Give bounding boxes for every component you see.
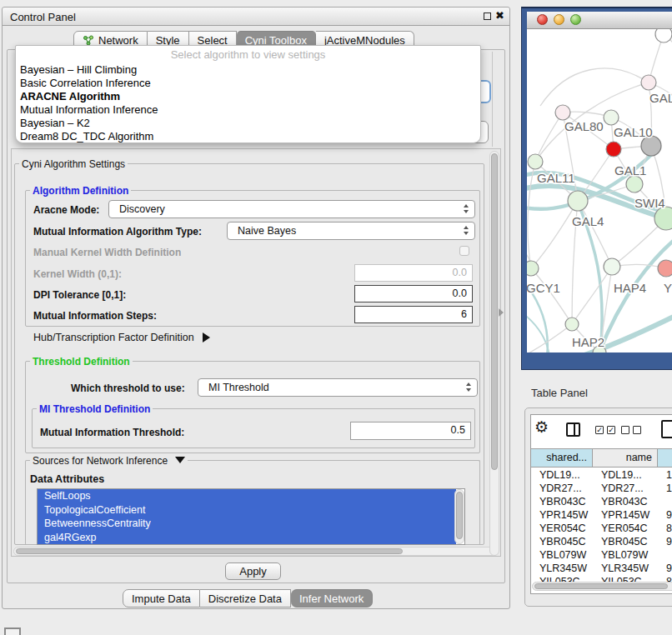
hub-transcription-factor-label: Hub/Transcription Factor Definition	[33, 332, 194, 343]
minimize-traffic-light-icon[interactable]	[554, 14, 564, 25]
zoom-traffic-light-icon[interactable]	[570, 14, 581, 25]
manual-kernel-width-checkbox[interactable]	[459, 246, 469, 256]
algorithm-dropdown-placeholder: Select algorithm to view settings	[16, 46, 480, 63]
apply-button[interactable]: Apply	[225, 562, 281, 580]
table-row[interactable]: YBR045CYBR045C9.	[531, 535, 672, 548]
mi-threshold-label: Mutual Information Threshold:	[40, 427, 184, 438]
network-node-y[interactable]	[658, 260, 672, 277]
mi-threshold-input[interactable]: 0.5	[350, 422, 471, 440]
close-traffic-light-icon[interactable]	[537, 14, 548, 25]
attribute-item-betweennesscentrality[interactable]: BetweennessCentrality	[38, 517, 456, 531]
network-node-gal11[interactable]	[528, 154, 543, 169]
column-header-name[interactable]: name	[593, 448, 658, 468]
attribute-list-scrollbar[interactable]	[454, 489, 464, 544]
settings-vscrollbar[interactable]	[489, 151, 499, 556]
table-row[interactable]: YER054CYER054C8.	[531, 522, 672, 535]
column-header-shared[interactable]: shared...	[531, 448, 593, 468]
network-node[interactable]	[606, 142, 621, 157]
float-window-icon[interactable]	[484, 12, 491, 20]
table-row[interactable]: YLR345WYLR345W9.	[531, 562, 672, 575]
attribute-item-topologicalcoefficient[interactable]: TopologicalCoefficient	[38, 503, 456, 518]
export-table-icon[interactable]	[661, 420, 672, 438]
select-all-rows-icon[interactable]: ✓✓	[595, 426, 615, 434]
network-node-gal10[interactable]	[604, 110, 619, 125]
hub-transcription-factor-expander[interactable]: Hub/Transcription Factor Definition	[33, 332, 210, 343]
table-cell: YER054C	[593, 522, 658, 535]
kernel-width-input[interactable]: 0.0	[354, 264, 473, 282]
network-node-gal4[interactable]	[568, 191, 588, 211]
table-row[interactable]: YBR043CYBR043C	[531, 495, 672, 508]
node-label: Y	[664, 281, 672, 295]
network-window-titlebar[interactable]	[527, 12, 672, 29]
algorithm-option-bayesian-k2[interactable]: Bayesian – K2	[16, 117, 480, 130]
mi-steps-input[interactable]: 6	[354, 306, 473, 323]
network-node[interactable]	[655, 29, 672, 42]
settings-hscrollbar-thumb[interactable]	[16, 548, 403, 554]
data-attributes-list[interactable]: SelfLoopsTopologicalCoefficientBetweenne…	[37, 488, 465, 545]
algorithm-option-dream8-dc-tdc-algorithm[interactable]: Dream8 DC_TDC Algorithm	[16, 130, 480, 143]
table-row[interactable]: YDR27...YDR27...12	[531, 482, 672, 495]
mi-algorithm-type-select[interactable]: Naive Bayes	[227, 222, 475, 240]
attribute-item-gal4rgexp[interactable]: gal4RGexp	[38, 531, 456, 545]
table-cell: 8.	[658, 522, 672, 535]
attribute-list-scrollbar-thumb[interactable]	[456, 492, 463, 539]
network-node-gal2[interactable]	[641, 75, 656, 90]
tab-label: Infer Network	[299, 592, 364, 605]
algorithm-definition-legend: Algorithm Definition	[30, 185, 131, 197]
table-cell	[658, 495, 672, 508]
table-hscrollbar[interactable]	[532, 582, 672, 591]
bottom-tabstrip: Impute DataDiscretize DataInfer Network	[123, 589, 373, 608]
network-node-gcy1[interactable]	[527, 261, 539, 276]
deselect-all-rows-icon[interactable]	[621, 426, 641, 434]
aracne-mode-select[interactable]: Discovery	[108, 200, 475, 218]
table-cell: YDR27...	[531, 482, 593, 495]
table-row[interactable]: YPR145WYPR145W9.	[531, 508, 672, 522]
node-label: GAL10	[614, 125, 653, 139]
attribute-item-selfloops[interactable]: SelfLoops	[38, 489, 456, 503]
network-canvas[interactable]: GAL2GAL80GAL10GAL1GAL11GAL4SWI4GCY1HAP4Y…	[527, 29, 672, 352]
network-node-hap2[interactable]	[565, 318, 579, 331]
table-cell: YER054C	[531, 522, 593, 535]
network-node-hap4[interactable]	[604, 258, 620, 275]
network-node-gal80[interactable]	[555, 105, 570, 120]
table-row[interactable]: YDL19...YDL19...13	[531, 468, 672, 482]
table-row[interactable]: YBL079WYBL079W	[531, 548, 672, 562]
table-panel-title: Table Panel	[531, 387, 588, 399]
minimized-panel-icon[interactable]	[4, 628, 21, 635]
control-panel-titlebar[interactable]	[3, 8, 509, 26]
table-cell: YBR045C	[531, 535, 593, 548]
table-cell: YLR345W	[531, 562, 593, 575]
collapse-down-icon	[175, 457, 185, 463]
column-chooser-icon[interactable]	[566, 422, 580, 437]
mi-algorithm-type-value: Naive Bayes	[238, 225, 296, 237]
table-header-row: shared...nameA	[531, 448, 672, 468]
data-attributes-label: Data Attributes	[30, 473, 104, 485]
dpi-tolerance-input[interactable]: 0.0	[354, 285, 473, 302]
which-threshold-select[interactable]: MI Threshold	[198, 378, 478, 397]
algorithm-option-basic-correlation-inference[interactable]: Basic Correlation Inference	[16, 77, 480, 90]
column-header-a[interactable]: A	[658, 448, 672, 468]
network-node-gal1[interactable]	[626, 176, 643, 192]
settings-hscrollbar[interactable]	[13, 547, 499, 556]
close-icon[interactable]: ✖	[495, 9, 504, 22]
table-settings-gear-icon[interactable]: ⚙	[534, 419, 549, 436]
tab-impute-data[interactable]: Impute Data	[123, 589, 200, 608]
algorithm-option-mutual-information-inference[interactable]: Mutual Information Inference	[16, 103, 480, 117]
tab-infer-network[interactable]: Infer Network	[291, 589, 373, 608]
table-hscrollbar-thumb[interactable]	[534, 583, 668, 589]
settings-vscrollbar-thumb[interactable]	[491, 153, 498, 470]
app-root: { "colors": { "selection_blue": "#3e68cf…	[0, 0, 672, 635]
tab-discretize-data[interactable]: Discretize Data	[200, 589, 291, 608]
dpi-tolerance-label: DPI Tolerance [0,1]:	[33, 289, 126, 301]
pane-resize-grip[interactable]	[499, 308, 504, 317]
algorithm-option-aracne-algorithm[interactable]: ARACNE Algorithm	[16, 90, 480, 103]
manual-kernel-width-label: Manual Kernel Width Definition	[33, 247, 181, 258]
background-groupbox-edge	[492, 52, 493, 147]
algorithm-option-bayesian-hill-climbing[interactable]: Bayesian – Hill Climbing	[16, 63, 480, 77]
node-label: HAP2	[572, 335, 604, 349]
sources-legend[interactable]: Sources for Network Inference	[30, 455, 188, 467]
expand-right-icon	[203, 332, 210, 342]
table-cell: YPR145W	[531, 508, 593, 522]
table-cell: YBL079W	[531, 548, 593, 562]
aracne-mode-label: Aracne Mode:	[33, 204, 99, 216]
